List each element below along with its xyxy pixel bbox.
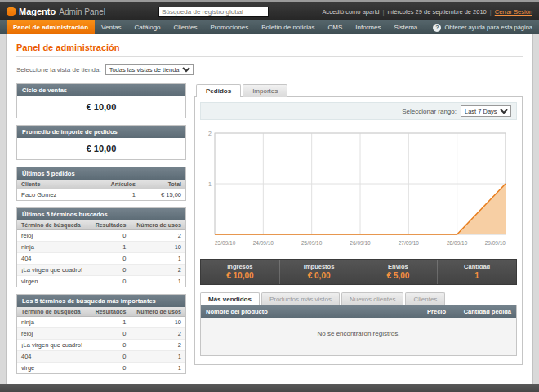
nav-item-boletin[interactable]: Boletín de noticias: [255, 20, 321, 34]
cell: ¡La virgen que cuadro!: [17, 265, 90, 276]
stat-label: Envíos: [359, 263, 438, 270]
table-row[interactable]: reloj02: [17, 328, 185, 340]
store-view-row: Seleccione la vista de tienda: Todas las…: [16, 64, 523, 75]
stat-label: Ingresos: [201, 263, 279, 270]
nav-item-promociones[interactable]: Promociones: [203, 20, 255, 34]
cell: 0: [90, 340, 131, 351]
cell: 0: [90, 351, 131, 363]
table-row[interactable]: virgen01: [17, 276, 185, 287]
session-info: Accedió como aparld | miércoles 29 de se…: [322, 8, 532, 16]
stat-envios: Envíos € 5,00: [359, 260, 438, 284]
brand-suffix: Admin Panel: [59, 7, 105, 16]
main-nav: Panel de administración Ventas Catálogo …: [0, 20, 539, 34]
section-title: Ciclo de ventas: [22, 87, 67, 94]
empty-message: No se encontraron registros.: [201, 318, 516, 355]
separator: |: [490, 8, 492, 16]
cell: 0: [90, 230, 131, 242]
nav-item-dashboard[interactable]: Panel de administración: [7, 20, 95, 34]
nav-item-cms[interactable]: CMS: [322, 20, 350, 34]
table-row[interactable]: Paco Gomez1€ 15,00: [17, 189, 185, 201]
tab-clientes[interactable]: Clientes: [405, 292, 445, 305]
cell: ninja: [17, 242, 90, 253]
help-label: Obtener ayuda para esta página: [444, 24, 532, 31]
range-select[interactable]: Last 7 Days: [461, 105, 511, 117]
svg-text:2: 2: [208, 131, 212, 136]
cell: 0: [90, 328, 131, 340]
last-search-terms-panel: Últimos 5 términos buscados Término de b…: [16, 207, 186, 287]
section-title: Los 5 términos de búsqueda más important…: [22, 297, 156, 305]
section-header-top-search: Los 5 términos de búsqueda más important…: [17, 295, 185, 307]
window-bottom-edge: [0, 384, 539, 392]
average-orders-panel: Promedio de importe de pedidos € 10,00: [16, 125, 186, 160]
stat-value: 1: [438, 271, 516, 280]
cell: Paco Gomez: [17, 189, 87, 201]
tab-pedidos[interactable]: Pedidos: [196, 84, 241, 97]
dashboard-columns: Ciclo de ventas € 10,00 Promedio de impo…: [16, 83, 523, 374]
stat-label: Cantidad: [438, 263, 516, 270]
last-orders-table: Cliente Artículos Total Paco Gomez1€ 15,…: [17, 180, 185, 200]
table-row[interactable]: ninja110: [17, 242, 185, 253]
store-view-select[interactable]: Todas las vistas de tienda: [105, 64, 194, 75]
col-header-total: Total: [140, 180, 185, 189]
page-title: Panel de administración: [16, 39, 523, 56]
cell: virgen: [17, 276, 90, 287]
brand: Magento Admin Panel: [7, 7, 105, 17]
cell: 0: [90, 276, 131, 287]
help-icon: ?: [433, 24, 441, 32]
cell: 1: [130, 351, 185, 363]
table-row[interactable]: reloj02: [17, 230, 185, 242]
tab-nuevos-clientes[interactable]: Nuevos clientes: [341, 292, 403, 305]
top-search-body: ninja110reloj02¡La virgen que cuadro!024…: [17, 317, 185, 374]
stat-cantidad: Cantidad 1: [437, 260, 516, 284]
nav-item-ventas[interactable]: Ventas: [95, 20, 127, 34]
last-search-table: Término de búsqueda Resultados Número de…: [17, 220, 185, 287]
table-row[interactable]: virge01: [17, 363, 185, 374]
col-header-usos: Número de usos: [130, 307, 185, 317]
svg-text:28/09/10: 28/09/10: [447, 240, 468, 246]
nav-item-sistema[interactable]: Sistema: [387, 20, 424, 34]
bestsellers-grid: Nombre del producto Precio Cantidad pedi…: [200, 305, 517, 356]
cell: 10: [130, 242, 185, 253]
store-view-label: Seleccione la vista de tienda:: [16, 66, 101, 74]
cell: 1: [130, 253, 185, 265]
divider: [16, 56, 523, 57]
table-row[interactable]: ninja110: [17, 317, 185, 328]
table-row[interactable]: 40401: [17, 253, 185, 265]
col-header-cliente: Cliente: [17, 180, 87, 189]
stat-value: € 0,00: [280, 271, 359, 280]
table-row[interactable]: ¡La virgen que cuadro!02: [17, 265, 185, 276]
cell: 2: [130, 340, 185, 351]
totals-bar: Ingresos € 10,00 Impuestos € 0,00 Envíos…: [200, 259, 517, 285]
section-header-lifetime: Ciclo de ventas: [17, 84, 185, 96]
svg-text:25/09/10: 25/09/10: [301, 240, 323, 246]
logout-link[interactable]: Cerrar Sesión: [495, 8, 532, 16]
section-header-last-search: Últimos 5 términos buscados: [17, 208, 185, 220]
col-header-termino: Término de búsqueda: [17, 307, 90, 317]
tab-mas-vendidos[interactable]: Más vendidos: [200, 292, 260, 305]
browser-frame: Magento Admin Panel Accedió como aparld …: [0, 0, 539, 392]
cell: virge: [17, 363, 90, 374]
cell: ¡La virgen que cuadro!: [17, 340, 90, 351]
help-link[interactable]: ? Obtener ayuda para esta página: [433, 20, 532, 34]
cell: 1: [87, 189, 140, 201]
orders-chart: 1223/09/1024/09/1025/09/1026/09/1027/09/…: [195, 125, 522, 252]
tab-productos-mas-vistos[interactable]: Productos más vistos: [261, 292, 340, 305]
chart-canvas: 1223/09/1024/09/1025/09/1026/09/1027/09/…: [202, 127, 512, 249]
nav-item-catalogo[interactable]: Catálogo: [128, 20, 167, 34]
col-header-termino: Término de búsqueda: [17, 220, 90, 230]
stat-ingresos: Ingresos € 10,00: [201, 260, 279, 284]
nav-item-clientes[interactable]: Clientes: [167, 20, 204, 34]
top-search-terms-panel: Los 5 términos de búsqueda más important…: [16, 294, 186, 374]
svg-text:26/09/10: 26/09/10: [350, 240, 371, 246]
global-search-input[interactable]: [158, 7, 269, 17]
col-header-resultados: Resultados: [90, 220, 131, 230]
nav-item-informes[interactable]: Informes: [349, 20, 387, 34]
col-header-usos: Número de usos: [130, 220, 185, 230]
stat-value: € 5,00: [359, 271, 438, 280]
table-row[interactable]: 40401: [17, 351, 185, 363]
table-row[interactable]: ¡La virgen que cuadro!02: [17, 340, 185, 351]
tab-importes[interactable]: Importes: [243, 84, 287, 97]
section-title: Últimos 5 pedidos: [22, 170, 75, 177]
stat-impuestos: Impuestos € 0,00: [279, 260, 359, 284]
svg-text:27/09/10: 27/09/10: [399, 240, 420, 246]
